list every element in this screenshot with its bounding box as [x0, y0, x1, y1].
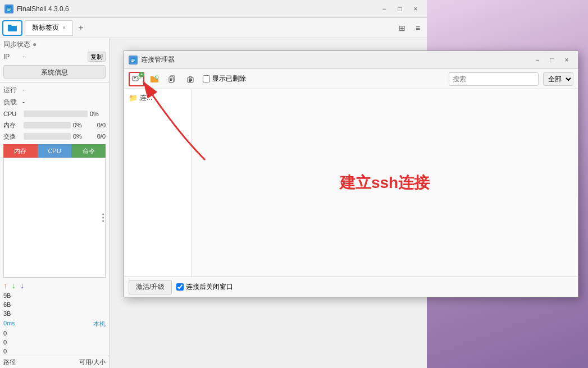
close-button[interactable]: ×	[409, 3, 422, 15]
dialog-minimize-button[interactable]: −	[531, 54, 544, 66]
svg-rect-3	[7, 10, 10, 11]
svg-rect-21	[189, 76, 192, 79]
paste-button[interactable]	[183, 72, 198, 86]
svg-rect-22	[189, 79, 192, 80]
sync-status-row: 同步状态 ●	[0, 38, 109, 50]
app-icon	[4, 4, 13, 13]
folder-icon: 📁	[129, 94, 138, 102]
net-3b: 3B	[3, 310, 11, 317]
svg-rect-5	[131, 59, 135, 59]
tab-bar: 新标签页 × + ⊞ ≡	[0, 18, 427, 38]
net-arrows: ↑ ↓ ↓	[3, 281, 106, 290]
dialog-footer: 激活/升级 连接后关闭窗口	[124, 277, 578, 297]
svg-rect-1	[7, 8, 11, 8]
chart-dots	[102, 214, 104, 222]
swap-stat-row: 交换 0% 0/0	[0, 131, 109, 142]
close-after-connect-input[interactable]	[176, 283, 184, 291]
ip-row: IP - 复制	[0, 50, 109, 63]
load-value: -	[22, 98, 25, 106]
local-label: 本机	[93, 320, 106, 328]
grid-view-button[interactable]: ⊞	[395, 21, 409, 35]
svg-rect-7	[131, 61, 134, 62]
dialog-title-bar: 连接管理器 − □ ×	[124, 51, 578, 69]
ping-value: 0ms	[3, 320, 15, 328]
tab-bar-right: ⊞ ≡	[395, 21, 425, 35]
new-ssh-button[interactable]: + +	[129, 72, 144, 86]
svg-rect-18	[170, 79, 172, 80]
tab-add-button[interactable]: +	[74, 21, 88, 35]
sync-label: 同步状态	[3, 40, 30, 49]
swap-pct: 0%	[73, 133, 89, 140]
dialog-body: 📁 连... 建立ssh连接	[124, 89, 578, 277]
activate-button[interactable]: 激活/升级	[129, 280, 172, 295]
svg-rect-10	[134, 79, 135, 79]
tab-new[interactable]: 新标签页 ×	[25, 20, 73, 36]
close-after-connect-label: 连接后关闭窗口	[186, 282, 233, 292]
svg-rect-6	[131, 60, 135, 61]
folder-button[interactable]	[2, 20, 22, 36]
run-row: 运行 -	[0, 84, 109, 96]
ping-val-1: 0	[3, 338, 106, 347]
net-val-3b: 3B	[3, 309, 106, 318]
upload-arrow-icon: ↑	[3, 281, 7, 290]
tab-mem[interactable]: 内存	[3, 144, 38, 158]
copy-ip-button[interactable]: 复制	[88, 52, 106, 62]
download-arrow-icon: ↓	[12, 281, 16, 290]
net-stats: 9B 6B 3B	[3, 291, 106, 318]
network-col-icon: ↓	[20, 281, 24, 290]
svg-rect-17	[170, 78, 172, 79]
sysinfo-button[interactable]: 系统信息	[3, 65, 106, 79]
bottom-row: 路径 可用/大小	[0, 356, 109, 368]
minimize-button[interactable]: −	[377, 3, 391, 15]
svg-rect-23	[189, 80, 192, 81]
swap-bar	[24, 133, 71, 140]
filter-select[interactable]: 全部	[543, 72, 573, 86]
available-label: 可用/大小	[79, 358, 106, 366]
net-9b: 9B	[3, 292, 11, 299]
dialog-close-button[interactable]: ×	[560, 54, 573, 66]
new-folder-button[interactable]: +	[147, 72, 162, 86]
net-val-9b: 9B	[3, 291, 106, 300]
dialog-tree: 📁 连...	[124, 89, 192, 277]
copy-button[interactable]	[165, 72, 180, 86]
menu-button[interactable]: ≡	[411, 21, 425, 35]
mem-label: 内存	[3, 121, 21, 130]
load-label: 负载	[3, 98, 20, 107]
chart-area	[3, 158, 106, 278]
new-badge: +	[139, 72, 144, 77]
cpu-stat-row: CPU 0%	[0, 108, 109, 119]
connection-manager-dialog: 连接管理器 − □ × + + +	[124, 50, 578, 297]
load-row: 负载 -	[0, 96, 109, 108]
svg-rect-19	[170, 80, 172, 81]
svg-rect-24	[189, 81, 191, 82]
dialog-maximize-button[interactable]: □	[545, 54, 559, 66]
tab-close-icon[interactable]: ×	[62, 25, 66, 31]
instruction-text: 建立ssh连接	[340, 172, 430, 194]
cpu-bar	[24, 111, 88, 117]
show-deleted-label: 显示已删除	[212, 74, 246, 84]
svg-rect-2	[7, 9, 11, 10]
show-deleted-input[interactable]	[203, 75, 210, 82]
tab-cmd[interactable]: 命令	[71, 144, 106, 158]
show-deleted-checkbox[interactable]: 显示已删除	[203, 74, 246, 84]
mem-stat-row: 内存 0% 0/0	[0, 119, 109, 131]
swap-label: 交换	[3, 132, 21, 141]
ping-val-2: 0	[3, 347, 106, 356]
monitor-tabs: 内存 CPU 命令	[3, 144, 106, 158]
mem-pct: 0%	[73, 122, 89, 128]
maximize-button[interactable]: □	[393, 3, 407, 15]
dialog-main-content: 建立ssh连接	[192, 89, 578, 277]
tree-item-root[interactable]: 📁 连...	[126, 91, 189, 104]
ping-detail: 0 0 0	[0, 329, 109, 356]
ip-label: IP	[3, 53, 20, 61]
search-input[interactable]	[449, 72, 539, 86]
cpu-pct: 0%	[90, 111, 106, 117]
instruction-area: 建立ssh连接	[329, 161, 441, 205]
ping-row: 0ms 本机	[0, 319, 109, 329]
tab-cpu[interactable]: CPU	[38, 144, 72, 158]
path-label: 路径	[3, 358, 79, 366]
close-after-connect-checkbox[interactable]: 连接后关闭窗口	[176, 282, 233, 292]
dialog-toolbar: + + +	[124, 69, 578, 89]
run-label: 运行	[3, 85, 20, 95]
mem-bar	[24, 122, 71, 128]
